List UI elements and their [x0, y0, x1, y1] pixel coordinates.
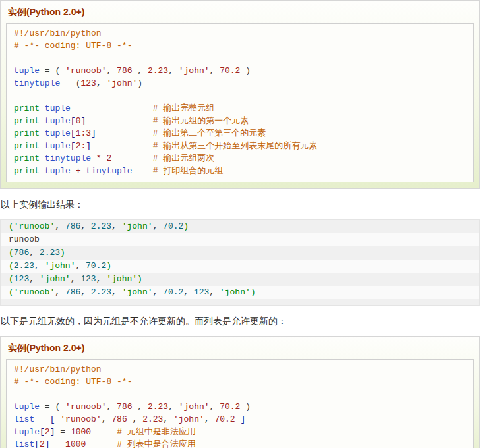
code-line: # -*- coding: UTF-8 -*-: [14, 376, 466, 388]
code-line: print tinytuple * 2 # 输出元组两次: [14, 152, 466, 165]
code-line: (786, 2.23): [1, 246, 479, 260]
example-box-2: 实例(Python 2.0+) #!/usr/bin/python# -*- c…: [0, 336, 480, 448]
code-line: list[2] = 1000 # 列表中是合法应用: [14, 438, 466, 448]
code-line: list = [ 'runoob', 786 , 2.23, 'john', 7…: [14, 413, 466, 426]
code-line: [14, 90, 466, 102]
code-line: # -*- coding: UTF-8 -*-: [14, 40, 466, 52]
code-line: [14, 52, 466, 65]
code-line: [14, 388, 466, 401]
code-line: ('runoob', 786, 2.23, 'john', 70.2, 123,…: [1, 286, 479, 299]
code-line: #!/usr/bin/python: [14, 27, 466, 40]
code-line: tuple = ( 'runoob', 786 , 2.23, 'john', …: [14, 65, 466, 77]
example-title: 实例(Python 2.0+): [6, 337, 474, 359]
example-title: 实例(Python 2.0+): [6, 1, 474, 23]
code-line: print tuple[1:3] # 输出第二个至第三个的元素: [14, 127, 466, 140]
code-line: (123, 'john', 123, 'john'): [1, 273, 479, 286]
code-line: #!/usr/bin/python: [14, 363, 466, 376]
paragraph-note: 以下是元组无效的，因为元组是不允许更新的。而列表是允许更新的：: [1, 316, 479, 327]
example-box-1: 实例(Python 2.0+) #!/usr/bin/python# -*- c…: [0, 0, 480, 189]
code-line: print tuple + tinytuple # 打印组合的元组: [14, 165, 466, 177]
code-lines: #!/usr/bin/python# -*- coding: UTF-8 -*-…: [14, 27, 466, 177]
code-line: ('runoob', 786, 2.23, 'john', 70.2): [1, 220, 479, 233]
code-line: (2.23, 'john', 70.2): [1, 260, 479, 273]
code-block-python-1: #!/usr/bin/python# -*- coding: UTF-8 -*-…: [6, 23, 474, 182]
code-line: tuple = ( 'runoob', 786 , 2.23, 'john', …: [14, 401, 466, 413]
output-lines: ('runoob', 786, 2.23, 'john', 70.2)runoo…: [1, 220, 479, 299]
output-box: ('runoob', 786, 2.23, 'john', 70.2)runoo…: [0, 219, 480, 306]
code-line: runoob: [1, 233, 479, 246]
code-line: print tuple[2:] # 输出从第三个开始至列表末尾的所有元素: [14, 140, 466, 152]
code-lines: #!/usr/bin/python# -*- coding: UTF-8 -*-…: [14, 363, 466, 448]
code-line: tuple[2] = 1000 # 元组中是非法应用: [14, 426, 466, 438]
code-line: print tuple # 输出完整元组: [14, 102, 466, 115]
paragraph-output-caption: 以上实例输出结果：: [1, 199, 479, 211]
code-block-python-2: #!/usr/bin/python# -*- coding: UTF-8 -*-…: [6, 359, 474, 448]
code-line: tinytuple = (123, 'john'): [14, 77, 466, 90]
code-line: print tuple[0] # 输出元组的第一个元素: [14, 115, 466, 127]
